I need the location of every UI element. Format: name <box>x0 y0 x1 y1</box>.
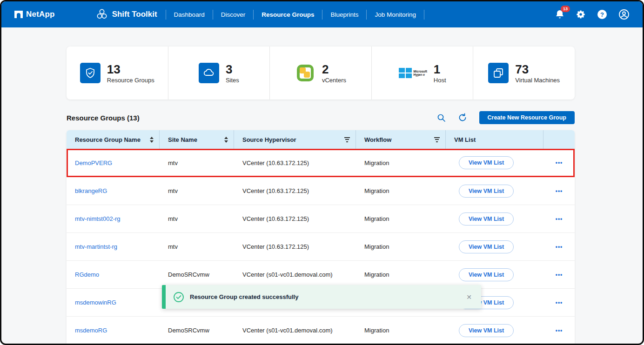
resource-group-link[interactable]: DemoPVERG <box>75 159 112 166</box>
workflow-cell: Migration <box>356 271 446 278</box>
source-hypervisor-cell: VCenter (10.63.172.125) <box>234 187 356 194</box>
hyperv-caption-line2: Hyper-v <box>414 73 427 76</box>
site-name-cell: DemoSRCvmw <box>160 271 234 278</box>
site-name-cell: mtv <box>160 187 234 194</box>
account-button[interactable] <box>618 9 630 20</box>
view-vm-list-button[interactable]: View VM List <box>459 240 514 253</box>
nav-item-blueprints[interactable]: Blueprints <box>322 10 366 20</box>
stat-sites: 3 Sites <box>168 46 270 100</box>
refresh-button[interactable] <box>458 113 467 122</box>
view-vm-list-button[interactable]: View VM List <box>459 324 514 337</box>
site-name-cell: mtv <box>160 159 234 166</box>
row-actions-menu-button[interactable]: ••• <box>556 216 563 222</box>
view-vm-list-button[interactable]: View VM List <box>459 268 514 281</box>
site-name-cell: DemoSRCvmw <box>160 327 234 334</box>
row-actions-menu-button[interactable]: ••• <box>556 159 563 166</box>
view-vm-list-button[interactable]: View VM List <box>459 185 514 198</box>
resource-group-link[interactable]: mtv-martintst-rg <box>75 243 117 250</box>
shift-toolkit-icon <box>96 8 108 20</box>
table-row: DemoPVERG mtv VCenter (10.63.172.125) Mi… <box>67 149 575 177</box>
row-actions-menu-button[interactable]: ••• <box>556 188 563 194</box>
page-title: Resource Groups (13) <box>67 114 140 122</box>
nav-item-resource-groups[interactable]: Resource Groups <box>253 10 322 20</box>
filter-icon[interactable] <box>434 137 440 142</box>
column-header-site-name[interactable]: Site Name <box>160 130 234 149</box>
resource-group-link[interactable]: mtv-nimtst002-rg <box>75 215 121 222</box>
table-row: RGdemo DemoSRCvmw VCenter (s01-vc01.demo… <box>67 260 575 288</box>
column-header-resource-group-name[interactable]: Resource Group Name <box>67 130 160 149</box>
help-icon: ? <box>597 9 607 20</box>
resource-group-link[interactable]: RGdemo <box>75 271 99 278</box>
stat-label: Resource Groups <box>107 77 154 84</box>
stat-label: Sites <box>226 77 239 84</box>
column-header-actions <box>543 130 575 149</box>
app-window: NetApp Shift Toolkit DashboardDiscoverRe… <box>0 0 644 345</box>
stat-value: 1 <box>434 63 446 76</box>
stat-label: Host <box>434 77 446 84</box>
virtual-machine-icon <box>488 63 509 83</box>
table-row: mtv-nimtst002-rg mtv VCenter (10.63.172.… <box>67 205 575 232</box>
nav-item-discover[interactable]: Discover <box>213 10 254 20</box>
success-toast: Resource Group created successfully ✕ <box>162 285 481 309</box>
workflow-cell: Migration <box>356 243 446 250</box>
column-header-workflow[interactable]: Workflow <box>356 130 446 149</box>
hyperv-caption-line1: Microsoft <box>414 70 427 73</box>
row-actions-menu-button[interactable]: ••• <box>556 272 563 278</box>
notifications-button[interactable]: 13 <box>555 9 564 20</box>
refresh-icon <box>458 113 467 122</box>
success-check-icon <box>173 292 184 303</box>
workflow-cell: Migration <box>356 327 446 334</box>
stat-label: vCenters <box>322 77 346 84</box>
create-new-resource-group-button[interactable]: Create New Resource Group <box>479 111 575 124</box>
source-hypervisor-cell: VCenter (s01-vc01.demoval.com) <box>234 271 356 278</box>
stat-label: Virtual Machines <box>515 77 560 84</box>
search-button[interactable] <box>437 113 446 122</box>
filter-icon[interactable] <box>344 137 350 142</box>
resource-group-link[interactable]: msdemoRG <box>75 327 107 334</box>
resource-group-link[interactable]: blkrangeRG <box>75 187 107 194</box>
view-vm-list-button[interactable]: View VM List <box>459 212 514 226</box>
workflow-cell: Migration <box>356 187 446 194</box>
workflow-cell: Migration <box>356 159 446 166</box>
nav-item-dashboard[interactable]: Dashboard <box>166 10 213 20</box>
top-nav: DashboardDiscoverResource GroupsBlueprin… <box>166 9 424 20</box>
stat-host: Microsoft Hyper-v 1 Host <box>371 46 473 100</box>
row-actions-menu-button[interactable]: ••• <box>556 299 563 306</box>
help-button[interactable]: ? <box>597 9 607 20</box>
column-header-source-hypervisor[interactable]: Source Hypervisor <box>234 130 356 149</box>
stat-vcenters: 2 vCenters <box>269 46 371 100</box>
table-body: DemoPVERG mtv VCenter (10.63.172.125) Mi… <box>67 149 575 344</box>
table-row: msdemoRG DemoSRCvmw VCenter (s01-vc01.de… <box>67 316 575 344</box>
toast-message: Resource Group created successfully <box>190 293 298 300</box>
toast-close-button[interactable]: ✕ <box>466 293 472 301</box>
source-hypervisor-cell: VCenter (10.63.172.125) <box>234 159 356 166</box>
resource-group-link[interactable]: msdemowinRG <box>75 299 116 306</box>
shield-check-icon <box>80 63 101 83</box>
svg-text:?: ? <box>600 11 604 18</box>
stat-value: 13 <box>107 63 154 76</box>
nav-item-job-monitoring[interactable]: Job Monitoring <box>366 10 424 20</box>
view-vm-list-button[interactable]: View VM List <box>459 156 514 169</box>
source-hypervisor-cell: VCenter (10.63.172.125) <box>234 215 356 222</box>
column-header-vm-list: VM List <box>446 130 543 149</box>
hyperv-logo-icon: Microsoft Hyper-v <box>399 68 427 78</box>
settings-button[interactable] <box>576 9 586 20</box>
user-avatar-icon <box>618 9 630 20</box>
search-icon <box>437 113 446 122</box>
netapp-logo: NetApp <box>14 10 55 19</box>
summary-stats-card: 13 Resource Groups 3 Sites <box>67 46 575 100</box>
row-actions-menu-button[interactable]: ••• <box>556 244 563 250</box>
sort-icon[interactable] <box>224 137 228 143</box>
notification-badge: 13 <box>561 6 570 12</box>
stat-value: 3 <box>226 63 239 76</box>
stat-value: 2 <box>322 63 346 76</box>
cloud-icon <box>199 63 219 83</box>
site-name-cell: mtv <box>160 243 234 250</box>
top-navigation-bar: NetApp Shift Toolkit DashboardDiscoverRe… <box>1 1 643 27</box>
table-row: blkrangeRG mtv VCenter (10.63.172.125) M… <box>67 177 575 205</box>
sort-icon[interactable] <box>150 137 154 143</box>
app-title: Shift Toolkit <box>112 10 157 19</box>
row-actions-menu-button[interactable]: ••• <box>556 327 563 334</box>
stat-resource-groups: 13 Resource Groups <box>67 46 168 100</box>
source-hypervisor-cell: VCenter (10.63.172.125) <box>234 243 356 250</box>
